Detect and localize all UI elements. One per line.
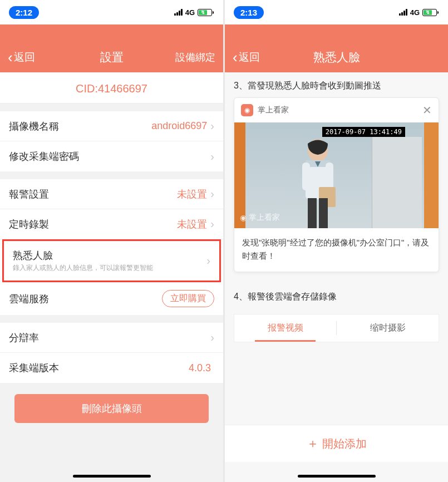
cloud-row[interactable]: 雲端服務 立即購買 (0, 282, 223, 315)
face-row[interactable]: 熟悉人臉 錄入家人或熟人的人臉信息，可以讓報警更智能 › (4, 241, 219, 281)
row-label: 報警設置 (9, 188, 49, 201)
row-value: 未設置 (49, 218, 210, 231)
face-row-highlight: 熟悉人臉 錄入家人或熟人的人臉信息，可以讓報警更智能 › (2, 239, 221, 282)
watermark: ◉ 掌上看家 (240, 213, 280, 223)
start-add-button[interactable]: ＋開始添加 (225, 425, 448, 462)
header: ‹ 返回 熟悉人臉 (225, 42, 448, 72)
signal-icon (174, 9, 183, 16)
person-illustration (279, 134, 357, 228)
tab-alarm-video[interactable]: 报警视频 (234, 314, 336, 342)
status-bar: 2:13 4G ↯ (225, 0, 448, 24)
battery-icon: ↯ (198, 9, 212, 16)
version-row: 采集端版本 4.0.3 (0, 353, 223, 383)
familiar-face-screen: 2:13 4G ↯ ‹ 返回 熟悉人臉 3、當發現熟悉人臉時會收到動圖推送 ◉ … (225, 0, 448, 482)
row-label: 分辯率 (9, 331, 39, 345)
settings-screen: 2:12 4G ↯ ‹ 返回 設置 設備綁定 CID:41466697 攝像機名… (0, 0, 223, 482)
status-right: 4G ↯ (399, 8, 437, 17)
status-time: 2:13 (234, 6, 264, 19)
section-3-label: 3、當發現熟悉人臉時會收到動圖推送 (225, 72, 448, 97)
chevron-right-icon: › (210, 120, 214, 132)
timestamp-overlay: 2017-09-07 13:41:49 (322, 127, 405, 137)
notification-card: ◉ 掌上看家 ✕ (234, 97, 439, 272)
status-time: 2:12 (9, 6, 39, 19)
row-label: 定時錄製 (9, 218, 49, 231)
status-bar: 2:12 4G ↯ (0, 0, 223, 24)
video-tabs: 报警视频 缩时摄影 (234, 314, 439, 342)
network-label: 4G (410, 8, 420, 17)
row-subtitle: 錄入家人或熟人的人臉信息，可以讓報警更智能 (13, 263, 206, 273)
card-image: 2017-09-07 13:41:49 ◉ 掌上看家 (234, 122, 439, 228)
row-label: 采集端版本 (9, 361, 59, 375)
svg-rect-3 (302, 163, 310, 190)
password-row[interactable]: 修改采集端密碼 › (0, 141, 223, 171)
close-icon[interactable]: ✕ (422, 104, 432, 117)
svg-rect-6 (308, 198, 317, 228)
chevron-right-icon: › (210, 188, 214, 200)
app-name: 掌上看家 (258, 105, 418, 115)
chevron-right-icon: › (210, 150, 214, 163)
row-value: android6697 (59, 120, 210, 132)
row-label: 修改采集端密碼 (9, 150, 79, 163)
row-value: 未設置 (49, 188, 210, 201)
chevron-right-icon: › (210, 331, 214, 344)
network-label: 4G (185, 8, 195, 17)
alarm-row[interactable]: 報警設置 未設置 › (0, 179, 223, 209)
tab-timelapse[interactable]: 缩时摄影 (337, 314, 439, 342)
section-4-label: 4、報警後雲端會存儲錄像 (225, 283, 448, 308)
cid-label: CID:41466697 (0, 72, 223, 104)
back-button[interactable]: ‹ 返回 (233, 50, 260, 65)
app-icon: ◉ (241, 104, 253, 116)
plus-icon: ＋ (307, 436, 319, 450)
chevron-right-icon: › (210, 218, 214, 230)
row-label: 雲端服務 (9, 292, 49, 306)
record-row[interactable]: 定時錄製 未設置 › (0, 209, 223, 239)
row-label: 攝像機名稱 (9, 120, 59, 133)
home-indicator[interactable] (73, 475, 151, 478)
svg-rect-7 (319, 198, 328, 228)
camera-name-row[interactable]: 攝像機名稱 android6697 › (0, 111, 223, 141)
bind-device-link[interactable]: 設備綁定 (175, 51, 215, 64)
status-right: 4G ↯ (174, 8, 212, 17)
back-label: 返回 (239, 50, 260, 65)
chevron-right-icon: › (206, 254, 210, 267)
row-value: 4.0.3 (59, 362, 214, 374)
header: ‹ 返回 設置 設備綁定 (0, 42, 223, 72)
battery-icon: ↯ (422, 9, 437, 16)
signal-icon (399, 9, 407, 16)
buy-now-button[interactable]: 立即購買 (162, 290, 214, 307)
row-label: 熟悉人臉 (13, 249, 206, 262)
home-indicator[interactable] (298, 475, 376, 478)
resolution-row[interactable]: 分辯率 › (0, 323, 223, 353)
back-label: 返回 (14, 50, 35, 65)
delete-camera-button[interactable]: 刪除此攝像頭 (14, 394, 209, 423)
chevron-left-icon: ‹ (8, 50, 13, 65)
svg-rect-4 (326, 163, 333, 190)
watermark-icon: ◉ (240, 213, 247, 222)
card-text: 发现"张晓明"经过了您的摄像机"办公室门口"，请及时查看！ (234, 228, 439, 272)
back-button[interactable]: ‹ 返回 (8, 50, 35, 65)
card-header: ◉ 掌上看家 ✕ (234, 98, 439, 122)
chevron-left-icon: ‹ (233, 50, 238, 65)
